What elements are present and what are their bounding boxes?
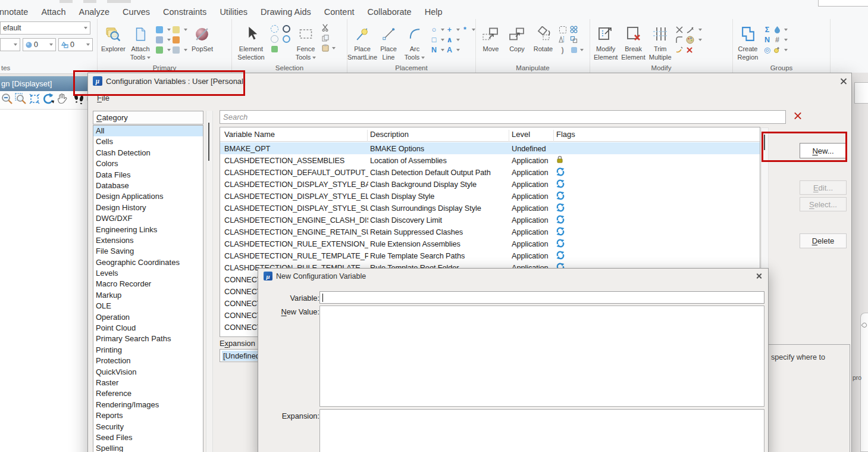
fence-tools-button[interactable]: FenceTools xyxy=(294,21,317,62)
place-circle-icon[interactable] xyxy=(430,25,438,34)
category-item[interactable]: Primary Search Paths xyxy=(93,333,203,344)
table-row[interactable]: CLASHDETECTION_DEFAULT_OUTPUT_... Clash … xyxy=(220,166,760,178)
category-item[interactable]: Design Applications xyxy=(93,191,203,202)
scissors-icon[interactable] xyxy=(321,23,330,32)
element-class-select[interactable]: 0 xyxy=(58,38,93,51)
change-attributes-icon[interactable] xyxy=(675,45,684,54)
category-item[interactable]: Design History xyxy=(93,202,203,213)
category-item[interactable]: All xyxy=(93,126,203,136)
place-text-icon[interactable] xyxy=(445,45,454,54)
explorer-button[interactable]: Explorer xyxy=(101,21,126,54)
table-header[interactable]: Variable Name Description Level Flags xyxy=(220,127,760,142)
place-curve-icon[interactable] xyxy=(430,45,438,54)
drop-element-icon[interactable] xyxy=(773,25,782,34)
ribbon-tab[interactable]: nnotate xyxy=(0,7,35,17)
search-input[interactable] xyxy=(220,111,785,123)
graphic-group-icon[interactable] xyxy=(763,25,772,34)
item-types-icon[interactable] xyxy=(172,35,181,44)
select-button[interactable]: Select... xyxy=(800,197,847,211)
expansion-textarea[interactable] xyxy=(319,409,764,452)
lock-toggle-icon[interactable] xyxy=(282,24,291,33)
close-icon[interactable] xyxy=(839,77,847,85)
create-region-button[interactable]: CreateRegion xyxy=(737,21,759,62)
table-row[interactable]: CLASHDETECTION_ENGINE_CLASH_DIS... Clash… xyxy=(220,214,760,226)
popset-button[interactable]: PopSet xyxy=(191,21,214,54)
unlock-toggle-icon[interactable] xyxy=(282,35,291,43)
category-item[interactable]: Extensions xyxy=(93,235,203,246)
ribbon-tab[interactable]: Drawing Aids xyxy=(254,7,318,17)
category-scrollbar[interactable] xyxy=(206,111,213,452)
ribbon-tab[interactable]: Analyze xyxy=(73,7,117,17)
extend-icon[interactable] xyxy=(686,25,695,34)
fit-view-icon[interactable] xyxy=(28,92,41,108)
zoom-window-icon[interactable] xyxy=(14,92,27,108)
align-icon[interactable] xyxy=(558,25,567,34)
rotate-view-icon[interactable] xyxy=(42,92,55,108)
models-icon[interactable] xyxy=(155,25,164,34)
zoom-out-icon[interactable] xyxy=(1,92,14,108)
array-icon[interactable] xyxy=(569,25,578,34)
place-point-icon[interactable] xyxy=(445,25,454,34)
category-item[interactable]: Engineering Links xyxy=(93,225,203,235)
line-style-select[interactable] xyxy=(0,38,20,51)
palette-icon[interactable] xyxy=(686,35,695,44)
add-to-group-icon[interactable] xyxy=(763,35,772,44)
category-item[interactable]: Levels xyxy=(93,268,203,279)
modify-element-button[interactable]: ModifyElement xyxy=(594,21,618,62)
trim-multiple-button[interactable]: TrimMultiple xyxy=(649,21,672,62)
line-weight-select[interactable]: 0 xyxy=(23,38,56,51)
selection-circle-icon[interactable] xyxy=(270,24,279,33)
group-hole-icon[interactable] xyxy=(763,45,772,54)
category-item[interactable]: Markup xyxy=(93,290,203,301)
copy-parallel-icon[interactable] xyxy=(569,45,578,54)
delete-button[interactable]: Delete xyxy=(800,233,847,248)
category-item[interactable]: Reference xyxy=(93,388,203,399)
category-item[interactable]: QuickVision xyxy=(93,367,203,378)
category-item[interactable]: OLE xyxy=(93,301,203,311)
category-item[interactable]: Cells xyxy=(93,136,203,147)
arc-tools-button[interactable]: ArcTools xyxy=(403,21,426,62)
mirror-icon[interactable] xyxy=(558,35,567,44)
ribbon-tab[interactable]: Collaborate xyxy=(361,7,418,17)
active-element-template-select[interactable]: efault xyxy=(0,21,90,35)
category-item[interactable]: Colors xyxy=(93,158,203,169)
move-button[interactable]: Move xyxy=(480,21,502,54)
fillet-icon[interactable] xyxy=(675,35,684,44)
category-item[interactable]: Spelling xyxy=(93,443,203,452)
hatch-area-icon[interactable] xyxy=(773,35,782,44)
pattern-area-icon[interactable] xyxy=(773,45,782,54)
category-item[interactable]: Rendering/Images xyxy=(93,400,203,410)
new-value-textarea[interactable] xyxy=(319,306,764,407)
copy-button[interactable]: Copy xyxy=(506,21,528,54)
element-selection-button[interactable]: ElementSelection xyxy=(236,21,267,62)
category-item[interactable]: Security xyxy=(93,422,203,432)
selection-ring-icon[interactable] xyxy=(270,35,279,43)
ribbon-tab[interactable]: Content xyxy=(318,7,361,17)
place-shape-icon[interactable] xyxy=(430,35,438,44)
category-header[interactable]: Category xyxy=(93,111,203,124)
variable-input[interactable] xyxy=(319,291,764,304)
paste-icon[interactable] xyxy=(270,45,279,54)
attach-reference-icon[interactable] xyxy=(155,45,164,54)
edit-button[interactable]: Edit... xyxy=(800,180,847,195)
category-item[interactable]: Protection xyxy=(93,356,203,366)
move-parallel-icon[interactable] xyxy=(569,35,578,44)
category-item[interactable]: Raster xyxy=(93,378,203,388)
table-row[interactable]: CLASHDETECTION_RULE_TEMPLATE_P... Rule T… xyxy=(220,250,760,261)
search-box[interactable] xyxy=(220,110,786,124)
delete-element-icon[interactable] xyxy=(686,46,693,54)
category-item[interactable]: Reports xyxy=(93,410,203,421)
attach-tools-button[interactable]: AttachTools xyxy=(129,21,152,62)
table-row[interactable]: BMAKE_OPT BMAKE Options Undefined xyxy=(220,142,760,154)
table-row[interactable]: CLASHDETECTION_DISPLAY_STYLE_SU... Clash… xyxy=(220,202,760,214)
ribbon-tab[interactable]: Help xyxy=(418,7,449,17)
place-smartline-button[interactable]: PlaceSmartLine xyxy=(351,21,374,62)
clipboard-icon[interactable] xyxy=(321,43,330,52)
intersect-icon[interactable] xyxy=(675,25,684,34)
table-row[interactable]: CLASHDETECTION_ENGINE_RETAIN_SU... Retai… xyxy=(220,226,760,238)
table-row[interactable]: CLASHDETECTION_RULE_EXTENSION_A... Rule … xyxy=(220,238,760,250)
category-item[interactable]: DWG/DXF xyxy=(93,213,203,224)
ribbon-tab[interactable]: Attach xyxy=(35,7,72,17)
levels-icon[interactable] xyxy=(172,25,181,34)
ribbon-tab[interactable]: Constraints xyxy=(156,7,213,17)
